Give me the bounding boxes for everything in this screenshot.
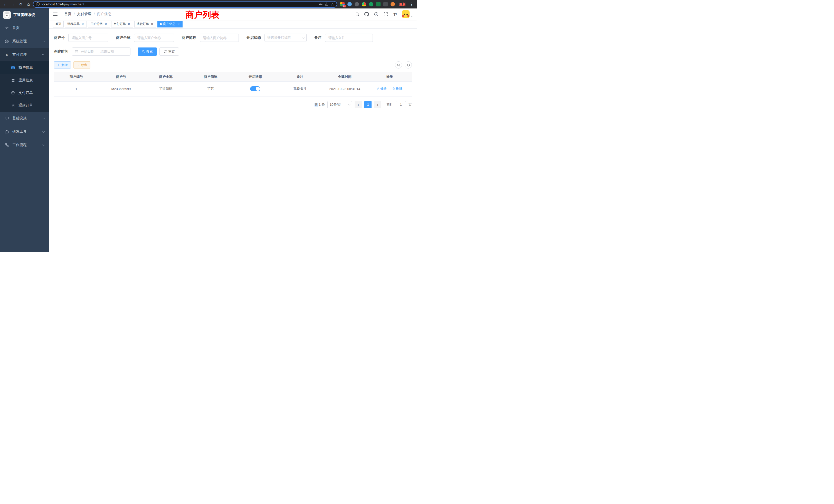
tab-merchant-info[interactable]: 商户信息 × — [157, 21, 182, 27]
user-menu[interactable] — [402, 10, 413, 18]
next-page-button[interactable]: › — [374, 101, 381, 108]
sidebar-item-refund-order[interactable]: 退款订单 — [0, 99, 49, 112]
breadcrumb-item[interactable]: 首页 — [64, 12, 71, 17]
status-label: 开启状态 — [246, 36, 261, 40]
browser-menu-icon[interactable]: ⋮ — [408, 1, 415, 8]
remark-label: 备注 — [314, 36, 322, 40]
sidebar-item-workflow[interactable]: 工作流程 — [0, 138, 49, 152]
sidebar-item-devtools[interactable]: 研发工具 — [0, 125, 49, 138]
star-icon[interactable]: ☆ — [331, 2, 334, 6]
key-icon[interactable] — [319, 2, 323, 6]
sidebar-item-merchant-info[interactable]: 商户信息 — [0, 61, 49, 74]
toggle-search-icon[interactable] — [395, 61, 402, 69]
close-icon[interactable]: × — [127, 22, 131, 26]
tab-refund-order[interactable]: 退款订单 × — [134, 21, 156, 27]
full-name-input[interactable] — [134, 33, 174, 42]
chevron-down-icon — [42, 130, 45, 133]
tab-pay-order[interactable]: 支付订单 × — [111, 21, 133, 27]
sidebar-item-label: 基础设施 — [12, 116, 27, 121]
tags-view-bar: 首页 流程表单 × 用户分组 × 支付订单 × 退款订单 × 商户信息 × — [49, 20, 417, 28]
extensions-area: 10 — [338, 2, 397, 6]
extension-icon[interactable] — [347, 2, 352, 6]
navbar: 首页 / 支付管理 / 商户信息 商户列表 ? TT — [49, 8, 417, 20]
fullscreen-icon[interactable] — [383, 11, 389, 17]
status-toggle[interactable] — [250, 86, 260, 91]
short-name-input[interactable] — [200, 33, 239, 42]
edit-button[interactable]: 修改 — [376, 87, 387, 91]
font-size-icon[interactable]: TT — [392, 11, 398, 17]
extension-icon[interactable]: 10 — [340, 2, 345, 6]
extension-icon[interactable] — [369, 2, 373, 6]
reload-icon[interactable]: ↻ — [18, 1, 24, 8]
tab-process-form[interactable]: 流程表单 × — [65, 21, 87, 27]
toolbox-icon — [5, 130, 9, 134]
remark-input[interactable] — [325, 33, 373, 42]
help-icon[interactable]: ? — [373, 11, 379, 17]
sidebar-item-system[interactable]: 系统管理 — [0, 35, 49, 48]
prev-page-button[interactable]: ‹ — [355, 101, 362, 108]
delete-button[interactable]: 删除 — [392, 87, 403, 91]
navbar-actions: ? TT — [354, 10, 413, 18]
forward-icon[interactable]: → — [10, 1, 17, 8]
github-icon[interactable] — [364, 11, 370, 17]
info-icon[interactable]: ⓘ — [36, 2, 40, 7]
search-icon[interactable] — [354, 11, 360, 17]
merchant-no-input[interactable] — [68, 33, 108, 42]
table-header-row: 商户编号 商户号 商户全称 商户简称 开启状态 备注 创建时间 操作 — [54, 72, 412, 81]
breadcrumb-item[interactable]: 支付管理 — [77, 12, 91, 17]
merchant-table: 商户编号 商户号 商户全称 商户简称 开启状态 备注 创建时间 操作 1 M23… — [54, 72, 412, 96]
start-date-placeholder: 开始日期 — [81, 49, 94, 54]
close-icon[interactable]: × — [150, 22, 154, 26]
url-bar[interactable]: ⓘ localhost:1024/pay/merchant ☆ — [33, 1, 337, 8]
reset-button[interactable]: 重置 — [159, 47, 179, 56]
breadcrumb: 首页 / 支付管理 / 商户信息 — [64, 12, 111, 17]
url-host: localhost:1024 — [42, 2, 63, 6]
sidebar-item-infrastructure[interactable]: 基础设施 — [0, 112, 49, 125]
col-short-name: 商户简称 — [188, 72, 233, 81]
cell-actions: 修改 删除 — [367, 81, 412, 96]
full-name-label: 商户全称 — [116, 36, 130, 40]
col-status: 开启状态 — [233, 72, 278, 81]
goto-page-input[interactable] — [396, 101, 406, 108]
status-select[interactable]: 请选择开启状态 — [264, 33, 307, 42]
close-icon[interactable]: × — [177, 22, 180, 26]
refresh-icon[interactable] — [405, 61, 412, 69]
hamburger-icon[interactable] — [53, 12, 58, 17]
browser-update-button[interactable]: 更新 — [399, 2, 406, 7]
table-toolbar: 新增 导出 — [54, 61, 412, 69]
annotation-text: 商户列表 — [185, 9, 220, 21]
col-remark: 备注 — [278, 72, 322, 81]
tab-label: 用户分组 — [90, 22, 103, 26]
extension-icon[interactable] — [355, 2, 359, 6]
back-icon[interactable]: ← — [2, 1, 9, 8]
chevron-up-icon — [42, 54, 44, 56]
extension-icon[interactable] — [376, 2, 380, 6]
close-icon[interactable]: × — [104, 22, 108, 26]
cell-short-name: 芋艿 — [188, 81, 233, 96]
sidebar-item-payment[interactable]: ¥ 支付管理 — [0, 48, 49, 61]
close-icon[interactable]: × — [81, 22, 85, 26]
create-time-range-picker[interactable]: 开始日期 - 结束日期 — [72, 47, 130, 56]
tab-home[interactable]: 首页 — [53, 21, 64, 27]
export-button[interactable]: 导出 — [73, 61, 90, 69]
profile-avatar-icon[interactable] — [391, 2, 395, 6]
filter-form-row-1: 商户号 商户全称 商户简称 开启状态 请选择开启状态 备注 — [54, 33, 412, 42]
search-button[interactable]: 搜索 — [138, 47, 157, 56]
home-icon[interactable]: ⌂ — [25, 1, 32, 8]
add-button[interactable]: 新增 — [54, 61, 71, 69]
page-size-select[interactable]: 10条/页 — [327, 101, 352, 108]
breadcrumb-separator: / — [94, 12, 95, 16]
pagination: 共 1 条 10条/页 ‹ 1 › 前往 页 — [54, 101, 412, 108]
tab-user-group[interactable]: 用户分组 × — [88, 21, 110, 27]
sidebar-item-pay-order[interactable]: 支付订单 — [0, 87, 49, 99]
logo[interactable]: 芋道管理系统 — [0, 8, 49, 21]
sidebar: 芋道管理系统 首页 系统管理 ¥ 支付管理 商户信息 应用信息 — [0, 8, 49, 252]
share-icon[interactable] — [325, 2, 329, 6]
page-1-button[interactable]: 1 — [364, 101, 372, 108]
sidebar-item-label: 工作流程 — [12, 143, 27, 147]
sidebar-item-app-info[interactable]: 应用信息 — [0, 74, 49, 87]
avatar[interactable] — [402, 10, 410, 18]
extension-icon[interactable] — [383, 2, 388, 6]
sidebar-item-home[interactable]: 首页 — [0, 21, 49, 35]
extension-icon[interactable] — [362, 2, 366, 6]
